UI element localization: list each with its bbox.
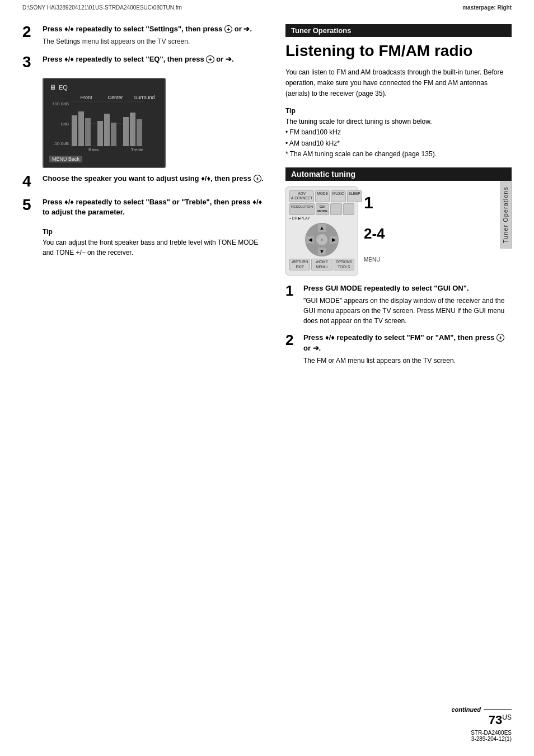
eq-screen-title: 🖥 EQ bbox=[49, 83, 159, 91]
page-footer: continued 73US STR-DA2400ES 3-289-204-12… bbox=[451, 706, 512, 742]
vertical-tab: Tuner Operations bbox=[500, 181, 512, 249]
dpad-up[interactable]: ▲ bbox=[318, 224, 326, 232]
dpad-down[interactable]: ▼ bbox=[318, 248, 326, 255]
eq-bottom-labels: Bass Treble bbox=[72, 147, 159, 152]
eq-col1: Front bbox=[72, 95, 101, 100]
eq-treble: Treble bbox=[115, 147, 159, 152]
remote-btn-gui-mode[interactable]: GUIMODE bbox=[316, 203, 329, 216]
remote-btn-music[interactable]: MUSIC bbox=[331, 190, 346, 202]
main-content: 2 Press ♦/♦ repeatedly to select "Settin… bbox=[0, 13, 534, 384]
remote-dpad: ▲ ▼ ◀ ▶ + bbox=[305, 223, 339, 256]
remote-drplay-label: • DR▶PLAY bbox=[289, 216, 354, 221]
right-step-1-title: Press GUI MODE repeatedly to select "GUI… bbox=[303, 283, 512, 293]
step-2: 2 Press ♦/♦ repeatedly to select "Settin… bbox=[22, 24, 269, 46]
eq-col-headers: Front Center Surround bbox=[72, 95, 159, 100]
step-2-content: Press ♦/♦ repeatedly to select "Settings… bbox=[43, 24, 269, 46]
remote-bottom-row: •RETURNEXIT •HOMEMENU› OPTIONSTOOLS bbox=[289, 259, 354, 270]
step-indicator-1: 1 bbox=[364, 194, 385, 211]
step-3: 3 Press ♦/♦ repeatedly to select "EQ", t… bbox=[22, 54, 269, 70]
eq-visual-area: +10.0dB 0dB -10.0dB bbox=[49, 101, 159, 146]
tip-title: Tip bbox=[43, 228, 269, 236]
tip-right-line1: The tuning scale for direct tuning is sh… bbox=[285, 116, 512, 127]
remote-btn-return[interactable]: •RETURNEXIT bbox=[289, 259, 310, 270]
dpad-center[interactable]: + bbox=[316, 234, 327, 245]
right-step-1: 1 Press GUI MODE repeatedly to select "G… bbox=[285, 283, 512, 326]
step-3-content: Press ♦/♦ repeatedly to select "EQ", the… bbox=[43, 54, 269, 67]
remote-btn-home[interactable]: •HOMEMENU› bbox=[311, 259, 332, 270]
header-masterpage: masterpage: Right bbox=[462, 4, 512, 11]
eq-title-text: EQ bbox=[59, 84, 68, 91]
step-4-content: Choose the speaker you want to adjust us… bbox=[43, 174, 269, 186]
tip-right: Tip The tuning scale for direct tuning i… bbox=[285, 107, 512, 160]
step-indicators: 1 2-4 MENU bbox=[364, 186, 385, 270]
step-indicator-24: 2-4 bbox=[364, 226, 385, 241]
eq-y-labels: +10.0dB 0dB -10.0dB bbox=[49, 101, 71, 146]
right-step-1-number: 1 bbox=[285, 283, 299, 298]
right-step-1-body: "GUI MODE" appears on the display window… bbox=[303, 296, 512, 326]
remote-area: AOVA.CONNECT MODE MUSIC SLEEP RESOLUTION… bbox=[285, 186, 512, 276]
svg-rect-3 bbox=[72, 115, 77, 146]
step-5-title: Press ♦/♦ repeatedly to select "Bass" or… bbox=[43, 197, 269, 217]
eq-icon: 🖥 bbox=[49, 83, 56, 91]
remote-btn-empty2 bbox=[343, 203, 355, 216]
tip-section: Tip You can adjust the front speaker bas… bbox=[43, 228, 269, 258]
part-number: 3-289-204-12(1) bbox=[451, 736, 512, 742]
eq-col3: Surround bbox=[130, 95, 159, 100]
right-column: Tuner Operations Listening to FM/AM radi… bbox=[285, 24, 512, 372]
eq-label-plus: +10.0dB bbox=[49, 101, 69, 106]
tip-right-line3: • AM band10 kHz* bbox=[285, 138, 512, 149]
left-column: 2 Press ♦/♦ repeatedly to select "Settin… bbox=[22, 24, 269, 372]
right-step-1-content: Press GUI MODE repeatedly to select "GUI… bbox=[303, 283, 512, 326]
remote-btn-options[interactable]: OPTIONSTOOLS bbox=[334, 259, 354, 270]
model-number: STR-DA2400ES bbox=[451, 730, 512, 736]
step-5-content: Press ♦/♦ repeatedly to select "Bass" or… bbox=[43, 197, 269, 220]
eq-back-btn: MENU Back bbox=[49, 156, 82, 162]
eq-bass: Bass bbox=[72, 147, 115, 152]
page-number: 73US bbox=[451, 713, 512, 727]
dpad-left[interactable]: ◀ bbox=[306, 236, 314, 244]
tip-body: You can adjust the front speaker bass an… bbox=[43, 237, 269, 258]
dpad-right[interactable]: ▶ bbox=[330, 236, 338, 244]
right-step-2-body: The FM or AM menu list appears on the TV… bbox=[303, 356, 512, 366]
main-title: Listening to FM/AM radio bbox=[285, 41, 512, 60]
remote-btn-aov[interactable]: AOVA.CONNECT bbox=[289, 190, 314, 202]
remote-btn-mode[interactable]: MODE bbox=[315, 190, 330, 202]
step-2-title: Press ♦/♦ repeatedly to select "Settings… bbox=[43, 24, 269, 34]
svg-rect-11 bbox=[137, 119, 142, 146]
step-2-body: The Settings menu list appears on the TV… bbox=[43, 36, 269, 46]
step-4: 4 Choose the speaker you want to adjust … bbox=[22, 174, 269, 189]
remote-row2: RESOLUTION GUIMODE bbox=[289, 203, 354, 216]
remote-mockup: AOVA.CONNECT MODE MUSIC SLEEP RESOLUTION… bbox=[285, 186, 358, 276]
remote-btn-sleep[interactable]: SLEEP bbox=[347, 190, 362, 202]
eq-screen: 🖥 EQ Front Center Surround +10.0dB 0dB -… bbox=[43, 78, 166, 168]
footer-continued-row: continued bbox=[451, 706, 512, 713]
step-2-number: 2 bbox=[22, 24, 38, 40]
step-4-number: 4 bbox=[22, 174, 38, 189]
header-bar: D:\SONY HA\3289204121\01US-STRDA2400ESUC… bbox=[0, 0, 534, 13]
svg-rect-8 bbox=[111, 123, 116, 146]
right-step-2: 2 Press ♦/♦ repeatedly to select "FM" or… bbox=[285, 333, 512, 365]
section-intro: You can listen to FM and AM broadcasts t… bbox=[285, 67, 512, 100]
step-4-title: Choose the speaker you want to adjust us… bbox=[43, 174, 269, 184]
tuner-operations-header: Tuner Operations bbox=[285, 24, 512, 37]
svg-rect-6 bbox=[97, 121, 103, 146]
menu-label: MENU bbox=[364, 256, 385, 263]
right-step-2-number: 2 bbox=[285, 333, 299, 347]
eq-col2: Center bbox=[101, 95, 130, 100]
svg-rect-9 bbox=[123, 117, 129, 146]
step-3-title: Press ♦/♦ repeatedly to select "EQ", the… bbox=[43, 54, 269, 64]
page-container: D:\SONY HA\3289204121\01US-STRDA2400ESUC… bbox=[0, 0, 534, 756]
eq-label-zero: 0dB bbox=[49, 122, 69, 127]
tip-right-line4: * The AM tuning scale can be changed (pa… bbox=[285, 149, 512, 160]
svg-rect-5 bbox=[85, 118, 91, 146]
eq-bars-svg bbox=[71, 101, 143, 146]
step-3-number: 3 bbox=[22, 54, 38, 70]
svg-rect-7 bbox=[104, 114, 110, 146]
remote-btn-resolution[interactable]: RESOLUTION bbox=[289, 203, 315, 216]
tip-right-line2: • FM band100 kHz bbox=[285, 127, 512, 138]
page-sup: US bbox=[502, 713, 512, 721]
header-path: D:\SONY HA\3289204121\01US-STRDA2400ESUC… bbox=[22, 4, 182, 11]
remote-top-row: AOVA.CONNECT MODE MUSIC SLEEP bbox=[289, 190, 354, 202]
svg-rect-10 bbox=[130, 113, 135, 146]
remote-btn-empty1 bbox=[330, 203, 342, 216]
